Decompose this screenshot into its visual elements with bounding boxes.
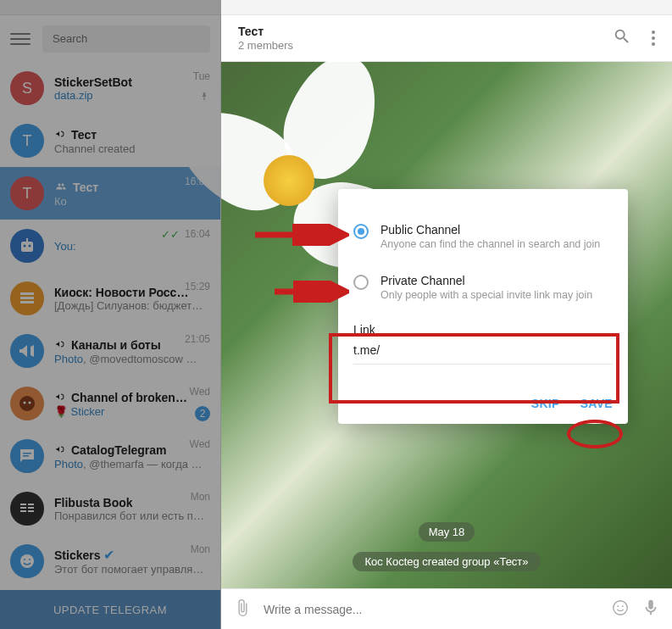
message-input[interactable] [264, 603, 599, 616]
more-menu-icon[interactable] [652, 31, 655, 46]
private-channel-label: Private Channel [380, 274, 592, 287]
svg-point-16 [617, 605, 619, 607]
svg-point-17 [622, 605, 624, 607]
public-channel-label: Public Channel [380, 223, 600, 237]
system-message: Кос Косteg created group «Тест» [353, 552, 540, 571]
public-channel-desc: Anyone can find the channel in search an… [380, 238, 600, 250]
public-channel-option[interactable]: Public Channel Anyone can find the chann… [353, 223, 613, 250]
attach-icon[interactable] [233, 598, 252, 621]
search-icon[interactable] [613, 27, 631, 49]
chat-subtitle: 2 members [238, 39, 293, 52]
svg-point-15 [614, 600, 628, 615]
annotation-arrow-1 [252, 224, 349, 246]
date-separator: May 18 [419, 522, 475, 542]
radio-selected-icon[interactable] [353, 224, 369, 239]
annotation-oval-save [567, 420, 623, 448]
voice-icon[interactable] [641, 598, 660, 621]
radio-unselected-icon[interactable] [353, 275, 369, 290]
private-channel-desc: Only people with a special invite link m… [380, 289, 592, 301]
annotation-arrow-2 [271, 281, 349, 303]
private-channel-option[interactable]: Private Channel Only people with a speci… [353, 274, 613, 301]
chat-title: Тест [238, 25, 293, 38]
chat-header[interactable]: Тест 2 members [221, 15, 672, 62]
emoji-icon[interactable] [611, 598, 630, 621]
annotation-box-link [329, 333, 619, 404]
message-composer [221, 588, 672, 629]
